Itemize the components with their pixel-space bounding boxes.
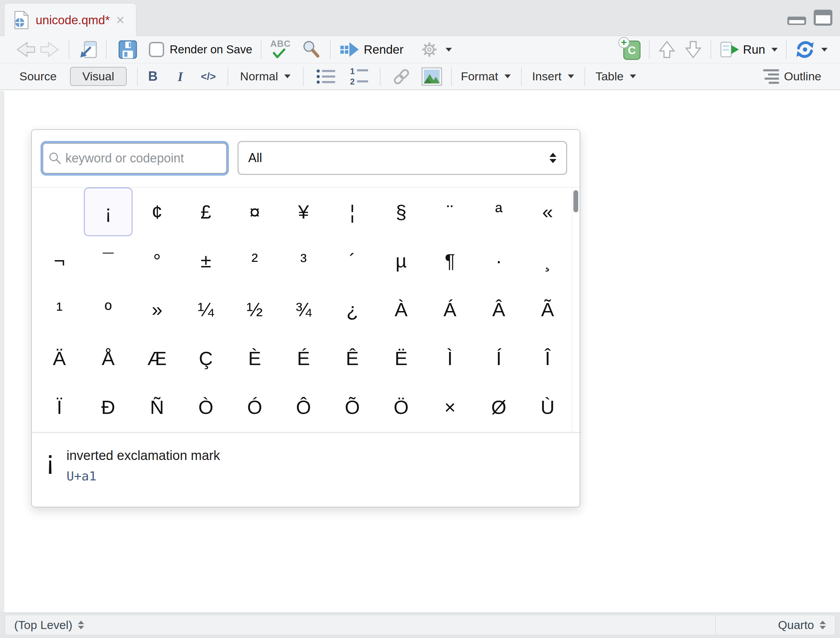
editor-canvas[interactable]: All ¡¢£¤¥¦§¨ª«¬¯°±²³´µ¶·¸¹º»¼½¾¿ÀÁÂÃÄÅÆÇ… (0, 91, 840, 613)
insert-menu[interactable]: Insert (532, 69, 562, 83)
insert-chunk-icon[interactable]: C + (619, 38, 641, 61)
category-filter-select[interactable]: All (237, 141, 567, 175)
forward-icon[interactable] (39, 41, 60, 58)
char-cell[interactable]: Ê (328, 334, 377, 383)
char-cell[interactable]: Ä (35, 334, 84, 383)
char-cell[interactable]: È (230, 334, 279, 383)
run-options-caret-icon[interactable] (771, 48, 778, 52)
italic-icon[interactable]: I (178, 69, 183, 84)
scope-selector[interactable]: (Top Level) (14, 618, 84, 632)
char-cell[interactable]: Æ (133, 334, 182, 383)
char-cell[interactable]: ´ (328, 236, 377, 285)
render-button[interactable]: Render (364, 43, 404, 57)
char-cell[interactable]: ¶ (426, 236, 474, 285)
rerun-options-caret-icon[interactable] (821, 48, 827, 52)
paragraph-style-caret-icon[interactable] (284, 74, 291, 78)
char-cell[interactable]: µ (377, 236, 426, 285)
table-menu[interactable]: Table (595, 69, 624, 83)
link-icon[interactable] (391, 66, 412, 87)
render-on-save-checkbox[interactable] (149, 42, 164, 57)
run-icon[interactable] (720, 41, 740, 58)
language-selector[interactable]: Quarto (715, 615, 826, 635)
editor-tab[interactable]: unicode.qmd* × (4, 3, 136, 36)
char-cell[interactable]: Ù (523, 383, 572, 431)
char-cell[interactable]: ¥ (279, 187, 328, 236)
render-icon[interactable] (339, 41, 360, 58)
char-cell[interactable]: ¨ (426, 187, 474, 236)
char-cell[interactable]: Ë (377, 334, 426, 383)
char-cell[interactable]: ¼ (182, 285, 230, 334)
char-cell[interactable]: ¿ (328, 285, 377, 334)
render-settings-gear-icon[interactable] (419, 39, 439, 60)
numbered-list-icon[interactable]: 1 2 (349, 67, 369, 86)
outline-toggle[interactable]: Outline (784, 69, 821, 83)
char-cell[interactable]: Ç (182, 334, 230, 383)
char-cell[interactable]: ¤ (230, 187, 279, 236)
table-menu-caret-icon[interactable] (630, 74, 636, 78)
char-cell[interactable]: Ñ (133, 383, 182, 431)
find-replace-icon[interactable] (302, 39, 322, 60)
char-cell[interactable]: Å (84, 334, 133, 383)
char-cell[interactable]: ¸ (523, 236, 572, 285)
scrollbar-thumb[interactable] (573, 190, 578, 212)
char-cell[interactable]: À (377, 285, 426, 334)
char-cell[interactable]: × (426, 383, 474, 431)
char-cell[interactable]: ¾ (279, 285, 328, 334)
image-icon[interactable] (422, 67, 442, 86)
char-cell[interactable]: Â (474, 285, 523, 334)
char-cell[interactable]: ¹ (35, 285, 84, 334)
char-cell[interactable]: £ (182, 187, 230, 236)
char-cell[interactable]: ° (133, 236, 182, 285)
char-cell[interactable]: Î (523, 334, 572, 383)
char-cell[interactable]: Ó (230, 383, 279, 431)
insert-menu-caret-icon[interactable] (568, 74, 574, 78)
visual-mode-button[interactable]: Visual (70, 67, 127, 86)
tab-close-icon[interactable]: × (116, 13, 125, 27)
char-cell[interactable]: ª (474, 187, 523, 236)
char-cell[interactable]: ¦ (328, 187, 377, 236)
char-cell[interactable]: Õ (328, 383, 377, 431)
char-cell[interactable]: ¡ (84, 187, 133, 236)
run-next-down-icon[interactable] (684, 40, 702, 59)
search-field[interactable] (43, 143, 227, 174)
char-cell[interactable]: Ï (35, 383, 84, 431)
char-cell[interactable]: Ì (426, 334, 474, 383)
char-cell[interactable]: É (279, 334, 328, 383)
char-cell[interactable]: Ö (377, 383, 426, 431)
rerun-source-icon[interactable] (795, 39, 815, 60)
char-cell[interactable]: » (133, 285, 182, 334)
char-cell[interactable]: · (474, 236, 523, 285)
maximize-pane-icon[interactable] (814, 10, 832, 25)
format-menu-caret-icon[interactable] (504, 74, 511, 78)
run-button[interactable]: Run (743, 43, 765, 57)
char-cell[interactable]: ¬ (35, 236, 84, 285)
render-settings-caret-icon[interactable] (445, 48, 452, 52)
code-icon[interactable]: </> (201, 71, 216, 82)
char-cell[interactable]: Í (474, 334, 523, 383)
char-cell[interactable]: Á (426, 285, 474, 334)
char-cell[interactable]: ½ (230, 285, 279, 334)
char-cell[interactable]: º (84, 285, 133, 334)
char-cell[interactable]: Ò (182, 383, 230, 431)
save-icon[interactable] (118, 40, 137, 59)
run-previous-up-icon[interactable] (658, 40, 676, 59)
spellcheck-icon[interactable]: ABC (270, 39, 294, 60)
format-menu[interactable]: Format (461, 69, 498, 83)
char-cell[interactable]: Ã (523, 285, 572, 334)
source-mode-button[interactable]: Source (19, 69, 57, 83)
char-cell[interactable] (35, 187, 84, 236)
char-cell[interactable]: ² (230, 236, 279, 285)
bullet-list-icon[interactable] (316, 68, 336, 85)
char-cell[interactable]: « (523, 187, 572, 236)
char-cell[interactable]: Ô (279, 383, 328, 431)
char-cell[interactable]: ¯ (84, 236, 133, 285)
popout-window-icon[interactable] (77, 39, 98, 60)
back-icon[interactable] (15, 41, 36, 58)
grid-scrollbar[interactable] (572, 187, 579, 432)
char-cell[interactable]: ± (182, 236, 230, 285)
bold-icon[interactable]: B (148, 69, 158, 84)
search-input[interactable] (65, 151, 218, 166)
char-cell[interactable]: ³ (279, 236, 328, 285)
char-cell[interactable]: ¢ (133, 187, 182, 236)
char-cell[interactable]: § (377, 187, 426, 236)
